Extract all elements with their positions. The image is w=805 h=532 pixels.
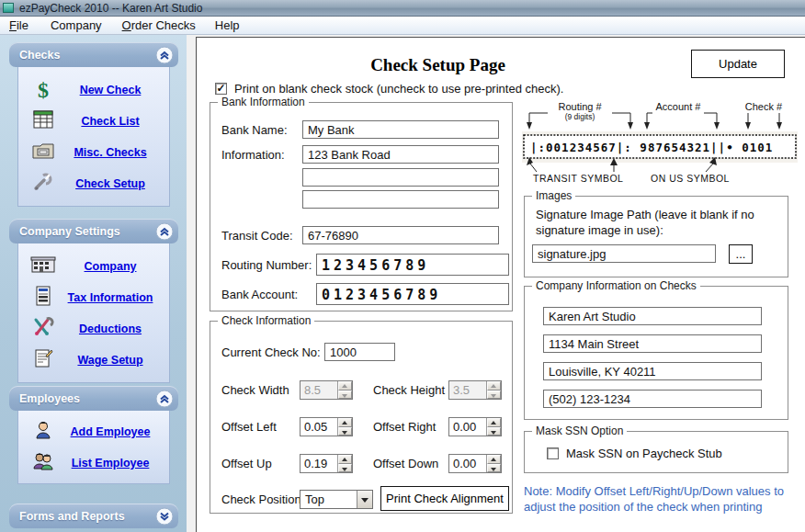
sidebar-section-forms-reports: Forms and Reports [9, 504, 178, 528]
section-header-employees[interactable]: Employees [9, 386, 178, 411]
check-position-dropdown[interactable]: Top [300, 490, 373, 509]
chevron-up-icon[interactable] [155, 390, 174, 408]
sidebar-item-check-setup[interactable]: Check Setup [18, 168, 169, 199]
section-title: Employees [19, 392, 155, 405]
sidebar-item-deductions[interactable]: Deductions [18, 313, 169, 345]
section-header-company-settings[interactable]: Company Settings [9, 219, 178, 243]
check-information-legend: Check Information [218, 314, 314, 327]
offset-up-label: Offset Up [221, 457, 272, 470]
mask-ssn-legend: Mask SSN Option [532, 424, 627, 437]
spin-up-icon [338, 381, 352, 391]
section-panel-employees: Add Employee List Employee [17, 411, 170, 484]
current-check-no-input[interactable] [324, 343, 395, 361]
offset-left-stepper[interactable]: 0.05 [300, 417, 353, 436]
sidebar-item-tax-information[interactable]: Tax Information [18, 282, 169, 313]
mask-ssn-group: Mask SSN Option Mask SSN on Paycheck Stu… [524, 431, 788, 473]
check-information-group: Check Information Current Check No: Chec… [210, 321, 513, 514]
offset-down-stepper[interactable]: 0.00 [448, 454, 502, 473]
bank-information-input-1[interactable] [302, 145, 499, 164]
mask-ssn-checkbox[interactable] [547, 447, 559, 459]
sidebar-link-list-employee[interactable]: List Employee [59, 457, 169, 470]
sidebar-link-deductions[interactable]: Deductions [59, 323, 169, 335]
menu-company[interactable]: Company [45, 17, 108, 34]
spin-up-icon [487, 381, 501, 391]
chevron-up-icon[interactable] [155, 222, 174, 241]
sidebar-item-check-list[interactable]: Check List [18, 106, 169, 137]
sidebar-link-wage-setup[interactable]: Wage Setup [59, 354, 169, 367]
company-city-input[interactable] [543, 362, 762, 380]
print-check-alignment-button[interactable]: Print Check Alignment [380, 486, 509, 511]
blank-stock-checkbox[interactable]: ✓ [215, 83, 227, 95]
sidebar-link-add-employee[interactable]: Add Employee [59, 425, 169, 438]
sidebar-link-company[interactable]: Company [59, 260, 169, 273]
spin-down-icon[interactable] [487, 427, 501, 436]
browse-button[interactable]: ... [729, 244, 753, 264]
routing-number-diagram-label: Routing # [558, 101, 602, 112]
chevron-up-icon[interactable] [155, 46, 174, 64]
sidebar-link-check-setup[interactable]: Check Setup [59, 177, 169, 190]
bank-account-input[interactable] [316, 283, 509, 305]
offset-right-value: 0.00 [449, 418, 486, 436]
spin-down-icon[interactable] [338, 427, 352, 436]
section-panel-checks: $ New Check Check List Misc. Checks [17, 67, 170, 207]
spin-up-icon[interactable] [338, 455, 352, 464]
spin-down-icon[interactable] [487, 464, 501, 473]
spin-down-icon [338, 391, 352, 400]
offset-left-value: 0.05 [300, 418, 337, 436]
window-title: ezPayCheck 2010 -- Karen Art Studio [19, 2, 202, 15]
sidebar-link-new-check[interactable]: New Check [59, 84, 169, 96]
company-phone-input[interactable] [543, 390, 762, 408]
section-header-forms-reports[interactable]: Forms and Reports [9, 504, 178, 528]
wrench-icon [28, 172, 59, 196]
chevron-down-icon[interactable] [155, 507, 174, 526]
sidebar-link-misc-checks[interactable]: Misc. Checks [59, 146, 169, 159]
sidebar-section-checks: Checks $ New Check Check List [9, 42, 178, 207]
sidebar-item-new-check[interactable]: $ New Check [18, 74, 169, 106]
sidebar-link-check-list[interactable]: Check List [59, 115, 169, 128]
section-header-checks[interactable]: Checks [9, 42, 178, 67]
sidebar-item-company[interactable]: Company [18, 251, 169, 282]
sidebar: Checks $ New Check Check List [0, 35, 187, 532]
routing-number-label: Routing Number: [221, 258, 312, 272]
app-icon [3, 3, 14, 13]
offset-right-stepper[interactable]: 0.00 [448, 417, 502, 436]
section-panel-company-settings: Company Tax Information Deductions [17, 243, 170, 383]
current-check-no-label: Current Check No: [221, 345, 321, 359]
menu-help[interactable]: Help [210, 17, 245, 34]
update-button[interactable]: Update [691, 50, 785, 78]
bank-name-input[interactable] [302, 120, 499, 139]
routing-number-input[interactable] [316, 254, 509, 276]
mask-ssn-label: Mask SSN on Paycheck Stub [566, 447, 722, 460]
section-title: Checks [19, 49, 155, 62]
routing-digits-label: (9 digits) [565, 112, 595, 121]
on-us-symbol-label: ON US SYMBOL [651, 173, 730, 184]
spin-up-icon[interactable] [338, 418, 352, 427]
section-title: Company Settings [19, 225, 155, 238]
signature-path-label: Signature Image Path (leave it blank if … [536, 208, 775, 239]
menu-order-checks[interactable]: Order Checks [117, 17, 201, 34]
dropdown-arrow-icon[interactable] [357, 491, 372, 508]
sidebar-item-wage-setup[interactable]: Wage Setup [18, 345, 169, 376]
notepad-icon [28, 347, 59, 373]
offset-down-value: 0.00 [449, 455, 486, 472]
menu-file[interactable]: File [4, 17, 34, 34]
spin-down-icon[interactable] [338, 464, 352, 473]
offset-down-label: Offset Down [373, 457, 438, 470]
bank-information-input-3[interactable] [302, 190, 499, 209]
signature-path-input[interactable] [532, 244, 716, 263]
company-street-input[interactable] [543, 334, 762, 353]
transit-code-input[interactable] [302, 226, 499, 244]
check-width-label: Check Width [221, 383, 289, 397]
sidebar-item-misc-checks[interactable]: Misc. Checks [18, 137, 169, 168]
sidebar-link-tax-information[interactable]: Tax Information [59, 291, 169, 304]
company-name-input[interactable] [543, 307, 762, 325]
spin-down-icon [487, 391, 501, 400]
check-height-stepper: 3.5 [448, 380, 502, 400]
offset-up-stepper[interactable]: 0.19 [300, 454, 353, 473]
bank-information-input-2[interactable] [302, 168, 499, 187]
sidebar-item-list-employee[interactable]: List Employee [18, 447, 169, 479]
spin-up-icon[interactable] [487, 418, 501, 427]
spin-up-icon[interactable] [487, 455, 501, 464]
micr-line-text: |:001234567|: 987654321||• 0101 [530, 141, 773, 154]
sidebar-item-add-employee[interactable]: Add Employee [18, 416, 169, 447]
